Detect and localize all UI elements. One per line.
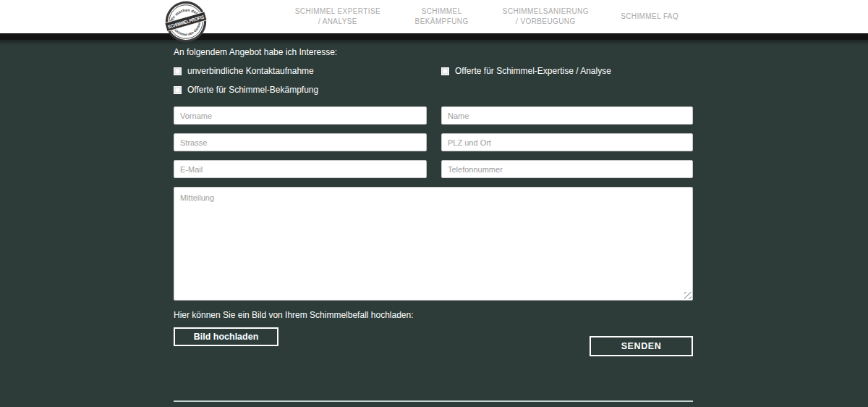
- checkbox-box-icon[interactable]: [174, 86, 182, 94]
- telefon-field[interactable]: [441, 160, 693, 178]
- checkbox-option-bekaempfung[interactable]: Offerte für Schimmel-Bekämpfung: [174, 85, 427, 95]
- button-zone: Bild hochladen SENDEN: [174, 327, 693, 379]
- nav-item-sanierung-vorbeugung[interactable]: SCHIMMELSANIERUNG / VORBEUGUNG: [494, 7, 598, 28]
- vorname-field[interactable]: [174, 106, 427, 125]
- nav-item-bekaempfung[interactable]: SCHIMMEL BEKÄMPFUNG: [390, 7, 494, 28]
- checkbox-box-icon[interactable]: [441, 67, 449, 75]
- main-nav: SCHIMMEL EXPERTISE / ANALYSE SCHIMMEL BE…: [286, 0, 702, 33]
- stamp-logo-icon: Wir machen dem Schimmel den Garaus SCHIM…: [165, 1, 207, 43]
- form-intro-text: An folgendem Angebot habe ich Interesse:: [174, 47, 693, 57]
- nav-item-expertise-analyse[interactable]: SCHIMMEL EXPERTISE / ANALYSE: [286, 7, 390, 28]
- plz-ort-field[interactable]: [441, 133, 693, 151]
- header-black-bar: [0, 33, 868, 40]
- header-shadow: [0, 40, 868, 46]
- name-field[interactable]: [441, 106, 693, 125]
- nav-item-faq[interactable]: SCHIMMEL FAQ: [597, 12, 702, 22]
- contact-form: An folgendem Angebot habe ich Interesse:…: [174, 41, 693, 407]
- upload-hint-text: Hier können Sie ein Bild von Ihrem Schim…: [174, 310, 693, 320]
- footer-divider: [174, 400, 693, 402]
- checkbox-label: Offerte für Schimmel-Expertise / Analyse: [455, 67, 611, 76]
- input-fields: [174, 106, 693, 301]
- checkbox-label: unverbindliche Kontaktaufnahme: [187, 67, 314, 76]
- checkbox-label: Offerte für Schimmel-Bekämpfung: [187, 85, 318, 95]
- upload-image-button[interactable]: Bild hochladen: [174, 327, 278, 346]
- mitteilung-textarea[interactable]: [174, 187, 693, 301]
- checkbox-row-2: Offerte für Schimmel-Bekämpfung: [174, 85, 693, 95]
- schimmelprofis-logo[interactable]: Wir machen dem Schimmel den Garaus SCHIM…: [165, 1, 207, 43]
- checkbox-box-icon[interactable]: [174, 67, 182, 75]
- checkbox-option-kontaktaufnahme[interactable]: unverbindliche Kontaktaufnahme: [174, 67, 427, 76]
- strasse-field[interactable]: [174, 133, 427, 151]
- send-button[interactable]: SENDEN: [590, 336, 693, 356]
- email-field[interactable]: [174, 160, 427, 178]
- checkbox-option-expertise-analyse[interactable]: Offerte für Schimmel-Expertise / Analyse: [441, 67, 693, 76]
- checkbox-row-1: unverbindliche Kontaktaufnahme Offerte f…: [174, 67, 693, 76]
